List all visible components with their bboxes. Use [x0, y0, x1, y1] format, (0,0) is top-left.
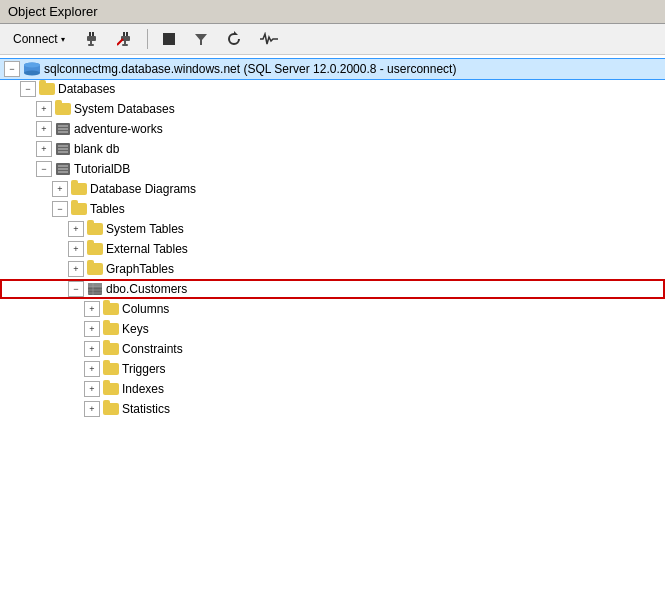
system-databases-folder-icon: [55, 103, 71, 115]
disconnect-icon: [117, 31, 133, 47]
keys-folder-icon: [103, 323, 119, 335]
indexes-folder-icon: [103, 383, 119, 395]
server-node[interactable]: − sqlconnectmg.database.windows.net (SQL…: [0, 59, 665, 79]
svg-rect-11: [163, 33, 175, 45]
tables-label: Tables: [90, 202, 125, 216]
svg-rect-27: [58, 165, 68, 167]
activity-icon-button[interactable]: [253, 29, 285, 49]
refresh-icon-button[interactable]: [219, 28, 249, 50]
svg-rect-21: [58, 131, 68, 133]
svg-rect-29: [58, 171, 68, 173]
svg-rect-1: [92, 32, 94, 36]
columns-node[interactable]: + Columns: [0, 299, 665, 319]
triggers-folder-icon: [103, 363, 119, 375]
external-tables-folder-icon: [87, 243, 103, 255]
external-tables-label: External Tables: [106, 242, 188, 256]
constraints-label: Constraints: [122, 342, 183, 356]
svg-rect-2: [87, 36, 96, 41]
system-tables-label: System Tables: [106, 222, 184, 236]
external-tables-expand-btn[interactable]: +: [68, 241, 84, 257]
databases-label: Databases: [58, 82, 115, 96]
system-tables-expand-btn[interactable]: +: [68, 221, 84, 237]
connect-label: Connect: [13, 32, 58, 46]
system-databases-label: System Databases: [74, 102, 175, 116]
database-diagrams-node[interactable]: + Database Diagrams: [0, 179, 665, 199]
svg-rect-28: [58, 168, 68, 170]
statistics-folder-icon: [103, 403, 119, 415]
tables-folder-icon: [71, 203, 87, 215]
constraints-node[interactable]: + Constraints: [0, 339, 665, 359]
server-label: sqlconnectmg.database.windows.net (SQL S…: [44, 62, 456, 76]
adventure-works-node[interactable]: + adventure-works: [0, 119, 665, 139]
indexes-label: Indexes: [122, 382, 164, 396]
graph-tables-expand-btn[interactable]: +: [68, 261, 84, 277]
adventure-works-db-icon: [55, 122, 71, 136]
adventure-works-label: adventure-works: [74, 122, 163, 136]
svg-rect-19: [58, 125, 68, 127]
database-diagrams-label: Database Diagrams: [90, 182, 196, 196]
keys-expand-btn[interactable]: +: [84, 321, 100, 337]
database-diagrams-folder-icon: [71, 183, 87, 195]
system-databases-expand-btn[interactable]: +: [36, 101, 52, 117]
filter-icon: [194, 32, 208, 46]
databases-node[interactable]: − Databases: [0, 79, 665, 99]
tutorialdb-node[interactable]: − TutorialDB: [0, 159, 665, 179]
svg-rect-24: [58, 148, 68, 150]
blank-db-node[interactable]: + blank db: [0, 139, 665, 159]
filter-icon-button[interactable]: [187, 29, 215, 49]
tutorialdb-icon: [55, 162, 71, 176]
graph-tables-folder-icon: [87, 263, 103, 275]
title-bar: Object Explorer: [0, 0, 665, 24]
database-diagrams-expand-btn[interactable]: +: [52, 181, 68, 197]
keys-label: Keys: [122, 322, 149, 336]
tutorialdb-expand-btn[interactable]: −: [36, 161, 52, 177]
adventure-works-expand-btn[interactable]: +: [36, 121, 52, 137]
dbo-customers-expand-btn[interactable]: −: [68, 281, 84, 297]
blank-db-label: blank db: [74, 142, 119, 156]
dbo-customers-node[interactable]: − dbo.Customers: [0, 279, 665, 299]
plug-icon-button[interactable]: [76, 28, 106, 50]
triggers-label: Triggers: [122, 362, 166, 376]
system-tables-node[interactable]: + System Tables: [0, 219, 665, 239]
columns-folder-icon: [103, 303, 119, 315]
connect-button[interactable]: Connect ▾: [6, 29, 72, 49]
statistics-label: Statistics: [122, 402, 170, 416]
separator-1: [147, 29, 148, 49]
svg-rect-31: [88, 283, 102, 287]
content-area[interactable]: − sqlconnectmg.database.windows.net (SQL…: [0, 55, 665, 584]
svg-rect-23: [58, 145, 68, 147]
refresh-icon: [226, 31, 242, 47]
tables-node[interactable]: − Tables: [0, 199, 665, 219]
dbo-customers-table-icon: [87, 282, 103, 296]
constraints-expand-btn[interactable]: +: [84, 341, 100, 357]
statistics-node[interactable]: + Statistics: [0, 399, 665, 419]
indexes-expand-btn[interactable]: +: [84, 381, 100, 397]
svg-point-17: [24, 63, 40, 68]
system-databases-node[interactable]: + System Databases: [0, 99, 665, 119]
triggers-expand-btn[interactable]: +: [84, 361, 100, 377]
svg-rect-25: [58, 151, 68, 153]
svg-rect-0: [89, 32, 91, 36]
triggers-node[interactable]: + Triggers: [0, 359, 665, 379]
tables-expand-btn[interactable]: −: [52, 201, 68, 217]
disconnect-icon-button[interactable]: [110, 28, 140, 50]
svg-rect-4: [88, 44, 94, 46]
activity-icon: [260, 32, 278, 46]
columns-label: Columns: [122, 302, 169, 316]
dbo-customers-label: dbo.Customers: [106, 282, 187, 296]
blank-db-expand-btn[interactable]: +: [36, 141, 52, 157]
blank-db-icon: [55, 142, 71, 156]
columns-expand-btn[interactable]: +: [84, 301, 100, 317]
server-expand-btn[interactable]: −: [4, 61, 20, 77]
stop-icon-button[interactable]: [155, 29, 183, 49]
system-tables-folder-icon: [87, 223, 103, 235]
graph-tables-node[interactable]: + GraphTables: [0, 259, 665, 279]
databases-expand-btn[interactable]: −: [20, 81, 36, 97]
toolbar: Connect ▾: [0, 24, 665, 55]
graph-tables-label: GraphTables: [106, 262, 174, 276]
keys-node[interactable]: + Keys: [0, 319, 665, 339]
indexes-node[interactable]: + Indexes: [0, 379, 665, 399]
statistics-expand-btn[interactable]: +: [84, 401, 100, 417]
external-tables-node[interactable]: + External Tables: [0, 239, 665, 259]
svg-marker-13: [234, 31, 238, 35]
